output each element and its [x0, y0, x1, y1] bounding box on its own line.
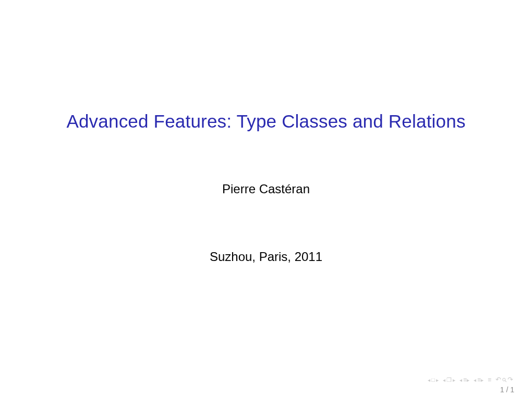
layers-icon: [446, 376, 452, 383]
beamer-nav-bar: [428, 376, 513, 383]
nav-prev-slide[interactable]: [443, 376, 455, 383]
right-arrow-icon: [467, 376, 469, 383]
page-number: 1 / 1: [500, 385, 514, 394]
slide-title: Advanced Features: Type Classes and Rela…: [66, 111, 465, 132]
right-arrow-icon: [453, 376, 455, 383]
slide-venue: Suzhou, Paris, 2011: [210, 250, 322, 264]
nav-first-slide[interactable]: [428, 376, 439, 383]
left-arrow-icon: [460, 376, 462, 383]
lines-icon: [477, 376, 480, 383]
right-arrow-icon: [481, 376, 483, 383]
left-arrow-icon: [474, 376, 476, 383]
left-arrow-icon: [428, 376, 430, 383]
left-arrow-icon: [443, 376, 445, 383]
right-arrow-icon: [436, 376, 439, 383]
slide-author: Pierre Castéran: [222, 182, 310, 196]
square-icon: [431, 376, 435, 383]
nav-section-next[interactable]: [474, 376, 483, 383]
nav-section-prev[interactable]: [460, 376, 469, 383]
slide-body: Advanced Features: Type Classes and Rela…: [0, 0, 532, 398]
toc-icon[interactable]: [488, 376, 491, 383]
lines-icon: [463, 376, 466, 383]
search-icon: [502, 376, 506, 383]
nav-undo-redo[interactable]: [495, 376, 513, 383]
redo-icon: [507, 376, 513, 383]
